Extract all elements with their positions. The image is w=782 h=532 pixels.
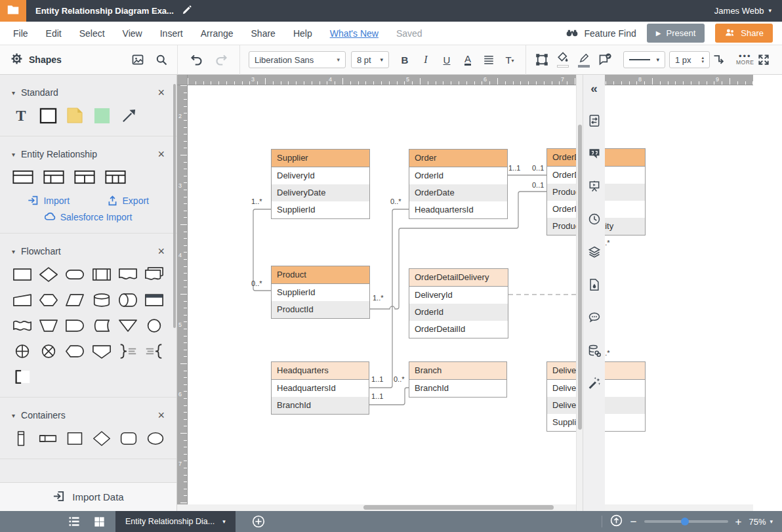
container-diamond-shape[interactable] [93, 430, 111, 447]
rectangle-shape[interactable] [39, 107, 57, 124]
diagram-page[interactable]: SupplierDeliveryIdDeliveryDateSupplierId… [188, 85, 753, 511]
menu-insert[interactable]: Insert [160, 28, 183, 39]
zoom-in-icon[interactable]: + [735, 516, 742, 527]
menu-select[interactable]: Select [79, 28, 105, 39]
entity-field[interactable]: SupplierId [272, 201, 369, 218]
line-weight-stepper[interactable]: 1 px ▴▾ [669, 51, 710, 68]
zoom-out-icon[interactable]: − [630, 516, 637, 527]
bracket-shape[interactable] [12, 368, 32, 385]
page-tab[interactable]: Entity Relationship Dia... ▾ [115, 511, 236, 532]
er-table-4-shape[interactable] [104, 169, 127, 186]
entity-field[interactable]: OrderId [409, 167, 507, 184]
summing-junction-shape[interactable] [39, 342, 58, 359]
menu-help[interactable]: Help [293, 28, 312, 39]
off-page-connector-shape[interactable] [92, 342, 112, 359]
bold-icon[interactable]: B [396, 50, 414, 70]
entity-field[interactable]: OrderDate [409, 184, 507, 201]
entity-field[interactable]: OrderDetailId [409, 321, 508, 338]
brace-right-shape[interactable] [118, 342, 138, 359]
text-align-icon[interactable] [480, 50, 498, 70]
edit-title-button[interactable] [182, 5, 192, 17]
entity-field[interactable]: OrderId [409, 304, 508, 321]
brace-left-shape[interactable] [144, 342, 164, 359]
menu-view[interactable]: View [123, 28, 142, 39]
entity-field[interactable]: HeadquartersId [409, 201, 507, 218]
italic-icon[interactable]: I [417, 50, 435, 70]
zoom-slider-thumb[interactable] [681, 518, 689, 525]
caret-down-icon[interactable]: ▾ [12, 412, 15, 419]
direct-access-storage-shape[interactable] [118, 291, 138, 308]
internal-storage-shape[interactable] [144, 291, 164, 308]
fullscreen-icon[interactable] [754, 50, 773, 70]
database-shape[interactable] [92, 291, 112, 308]
notes-icon[interactable] [586, 146, 603, 161]
menu-file[interactable]: File [13, 28, 28, 39]
redo-icon[interactable] [212, 50, 230, 70]
close-icon[interactable]: × [157, 150, 165, 159]
er-table-3-shape[interactable] [73, 169, 96, 186]
menu-share[interactable]: Share [251, 28, 276, 39]
import-data-button[interactable]: Import Data [0, 482, 176, 511]
fit-to-screen-icon[interactable] [609, 514, 623, 529]
page-list-icon[interactable] [63, 511, 85, 532]
multiple-documents-shape[interactable] [144, 266, 164, 283]
document-settings-icon[interactable] [586, 113, 603, 129]
menu-edit[interactable]: Edit [46, 28, 62, 39]
fill-color-icon[interactable] [554, 50, 572, 70]
connector-shape[interactable] [144, 317, 164, 334]
add-page-icon[interactable] [247, 511, 270, 532]
entity-field[interactable]: DeliveryId [409, 287, 508, 304]
salesforce-import-link[interactable]: Salesforce Import [9, 211, 167, 222]
underline-icon[interactable]: U [438, 50, 456, 70]
line-color-icon[interactable] [575, 50, 593, 70]
comments-icon[interactable] [586, 310, 603, 325]
zoom-slider[interactable] [644, 520, 728, 523]
merge-shape[interactable] [118, 317, 138, 334]
entity-field[interactable]: ProductId [272, 301, 369, 318]
feature-find-button[interactable]: Feature Find [566, 26, 636, 41]
export-link[interactable]: Export [89, 195, 168, 206]
stored-data-shape[interactable] [92, 317, 112, 334]
history-icon[interactable] [586, 211, 603, 227]
entity-field[interactable]: BranchId [272, 397, 369, 414]
container-rectangle-shape[interactable] [66, 430, 84, 447]
search-icon[interactable] [152, 50, 171, 70]
image-icon[interactable] [129, 50, 147, 70]
text-shape[interactable]: T [12, 107, 30, 124]
arrow-shape[interactable] [119, 107, 138, 124]
more-button[interactable]: ••• MORE [736, 54, 754, 66]
close-icon[interactable]: × [157, 411, 165, 420]
delay-shape[interactable] [65, 317, 85, 334]
process-shape[interactable] [12, 266, 32, 283]
horizontal-scrollbar-thumb[interactable] [363, 505, 554, 510]
page-style-icon[interactable] [586, 277, 603, 293]
shapes-panel-button[interactable]: Shapes [10, 52, 62, 67]
container-rounded-shape[interactable] [119, 430, 138, 447]
entity-branch[interactable]: BranchBranchId [409, 361, 507, 398]
present-button[interactable]: ▶ Present [647, 24, 705, 43]
font-family-select[interactable]: Liberation Sans ▾ [249, 51, 346, 68]
terminator-shape[interactable] [65, 266, 85, 283]
entity-field[interactable]: HeadquartersId [272, 380, 369, 397]
panel-scrollbar[interactable] [173, 84, 176, 328]
caret-down-icon[interactable]: ▾ [12, 151, 15, 158]
close-icon[interactable]: × [157, 247, 165, 256]
decision-shape[interactable] [39, 266, 58, 283]
vertical-scrollbar-thumb[interactable] [578, 125, 582, 430]
share-button[interactable]: Share [715, 24, 773, 43]
menu-arrange[interactable]: Arrange [201, 28, 234, 39]
entity-field[interactable]: DeliveryId [272, 167, 369, 184]
text-style-icon[interactable]: T▾ [501, 50, 519, 70]
entity-order[interactable]: OrderOrderIdOrderDateHeadquartersId [409, 149, 508, 219]
display-shape[interactable] [65, 342, 85, 359]
entity-supplier[interactable]: SupplierDeliveryIdDeliveryDateSupplierId [271, 149, 370, 219]
data-shape[interactable] [65, 291, 85, 308]
data-linking-icon[interactable] [586, 342, 603, 358]
caret-down-icon[interactable]: ▾ [12, 248, 15, 255]
import-link[interactable]: Import [9, 195, 89, 206]
entity-headquarters[interactable]: HeadquartersHeadquartersIdBranchId [271, 361, 369, 415]
shape-data-icon[interactable] [596, 50, 614, 70]
entity-product[interactable]: ProductSupplierIdProductId [271, 266, 370, 319]
entity-field[interactable]: SupplierId [272, 284, 369, 301]
preparation-shape[interactable] [39, 291, 58, 308]
